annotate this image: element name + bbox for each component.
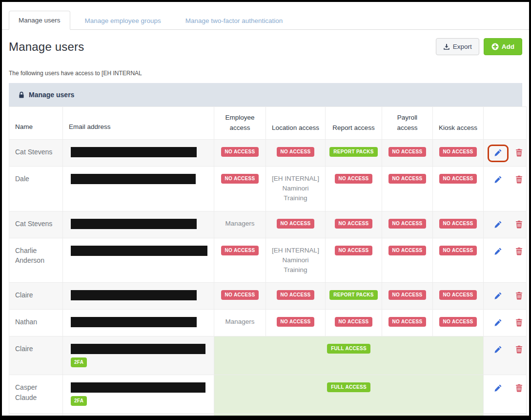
user-name-cell: Charlie Anderson (9, 238, 63, 283)
user-email-cell (63, 283, 214, 310)
no-access-badge: NO ACCESS (439, 219, 477, 229)
access-cell: NO ACCESS (266, 139, 326, 166)
delete-button[interactable] (515, 292, 523, 301)
delete-button[interactable] (515, 318, 523, 328)
delete-button[interactable] (515, 220, 523, 230)
user-name-cell: Cat Stevens (9, 211, 63, 238)
no-access-badge: NO ACCESS (439, 290, 477, 300)
row-actions (486, 145, 524, 162)
delete-button[interactable] (515, 148, 523, 158)
add-button[interactable]: Add (484, 38, 522, 55)
access-cell: NO ACCESS (433, 211, 484, 238)
edit-button[interactable] (494, 148, 502, 158)
tab-manage-users[interactable]: Manage users (9, 11, 70, 30)
access-cell: [EH INTERNAL] Naminori Training (266, 166, 326, 211)
delete-button[interactable] (515, 175, 523, 185)
report-packs-badge: REPORT PACKS (329, 290, 377, 300)
edit-button[interactable] (494, 175, 502, 185)
redacted-email-bar (71, 344, 205, 354)
redacted-email-bar (71, 219, 197, 229)
user-email-cell (63, 139, 214, 166)
edit-pencil-icon (494, 148, 502, 158)
table-header-row: Name Email address Employee access Locat… (9, 107, 527, 140)
edit-button[interactable] (494, 247, 502, 257)
redacted-email-bar (71, 317, 197, 327)
actions-cell (484, 211, 527, 238)
edit-pencil-icon (494, 220, 502, 230)
edit-button[interactable] (494, 220, 502, 230)
edit-button[interactable] (494, 292, 502, 301)
add-button-label: Add (502, 43, 514, 50)
actions-cell (484, 310, 527, 336)
edit-pencil-icon (494, 175, 502, 185)
tab-manage-two-factor-authentication[interactable]: Manage two-factor authentication (176, 11, 293, 30)
actions-cell (484, 166, 527, 211)
user-email-cell (63, 310, 214, 336)
access-cell: NO ACCESS (326, 211, 382, 238)
delete-button[interactable] (515, 345, 523, 355)
access-cell: NO ACCESS (433, 139, 484, 166)
column-header-report-access: Report access (326, 107, 382, 140)
column-header-employee-access: Employee access (214, 107, 266, 140)
edit-button[interactable] (494, 318, 502, 328)
access-text: Managers (218, 317, 262, 327)
access-cell: NO ACCESS (326, 310, 382, 336)
no-access-badge: NO ACCESS (439, 317, 477, 327)
access-cell: REPORT PACKS (326, 139, 382, 166)
export-button-label: Export (453, 43, 472, 50)
redacted-email-bar (71, 246, 207, 256)
delete-button[interactable] (515, 384, 523, 394)
actions-cell (484, 139, 527, 166)
row-actions (486, 341, 524, 359)
access-cell: NO ACCESS (214, 238, 266, 283)
actions-cell (484, 414, 527, 420)
tab-manage-employee-groups[interactable]: Manage employee groups (75, 11, 171, 30)
table-row: Cat StevensManagersNO ACCESSNO ACCESSNO … (9, 211, 527, 238)
access-cell: NO ACCESS (382, 166, 433, 211)
table-row: NathanManagersNO ACCESSNO ACCESSNO ACCES… (9, 310, 527, 336)
trash-icon (515, 318, 523, 328)
trash-icon (515, 345, 523, 355)
column-header-name: Name (9, 107, 63, 140)
user-table-body: Cat StevensNO ACCESSNO ACCESSREPORT PACK… (9, 139, 527, 420)
edit-wrap (488, 216, 509, 234)
redacted-email-bar (71, 382, 205, 393)
edit-button[interactable] (494, 345, 502, 355)
column-header-location-access: Location access (266, 107, 326, 140)
access-cell: NO ACCESS (214, 283, 266, 310)
access-cell: NO ACCESS (433, 283, 484, 310)
actions-cell (484, 238, 527, 283)
row-actions (486, 171, 524, 189)
access-cell: NO ACCESS (326, 238, 382, 283)
no-access-badge: NO ACCESS (335, 219, 373, 229)
page-title: Manage users (9, 40, 84, 54)
access-cell: Managers (214, 211, 266, 238)
page-header: Manage users Export Add (9, 30, 522, 58)
edit-wrap (488, 341, 509, 359)
no-access-badge: NO ACCESS (388, 219, 427, 229)
no-access-badge: NO ACCESS (388, 317, 427, 327)
table-row: Loren Mathewson2FAFULL ACCESS (9, 414, 527, 420)
export-button[interactable]: Export (436, 38, 479, 55)
trash-icon (515, 220, 523, 230)
no-access-badge: NO ACCESS (335, 174, 373, 184)
edit-wrap (488, 243, 509, 261)
no-access-badge: NO ACCESS (277, 147, 315, 157)
tab-bar: Manage users Manage employee groups Mana… (2, 2, 529, 30)
access-cell: NO ACCESS (326, 166, 382, 211)
user-email-cell (63, 166, 214, 211)
delete-button[interactable] (515, 247, 523, 257)
access-text: Managers (218, 219, 262, 229)
edit-button[interactable] (494, 384, 502, 394)
no-access-badge: NO ACCESS (221, 246, 259, 255)
edit-pencil-icon (494, 345, 502, 355)
panel-header: Manage users (9, 83, 522, 106)
highlight-annotation-box (488, 145, 509, 162)
column-header-kiosk-access: Kiosk access (433, 107, 484, 140)
actions-cell (484, 336, 527, 375)
user-name-cell: Casper Claude (9, 375, 63, 414)
access-cell: NO ACCESS (266, 310, 326, 336)
user-name-cell: Nathan (9, 310, 63, 336)
no-access-badge: NO ACCESS (439, 147, 477, 157)
row-actions (486, 216, 524, 234)
